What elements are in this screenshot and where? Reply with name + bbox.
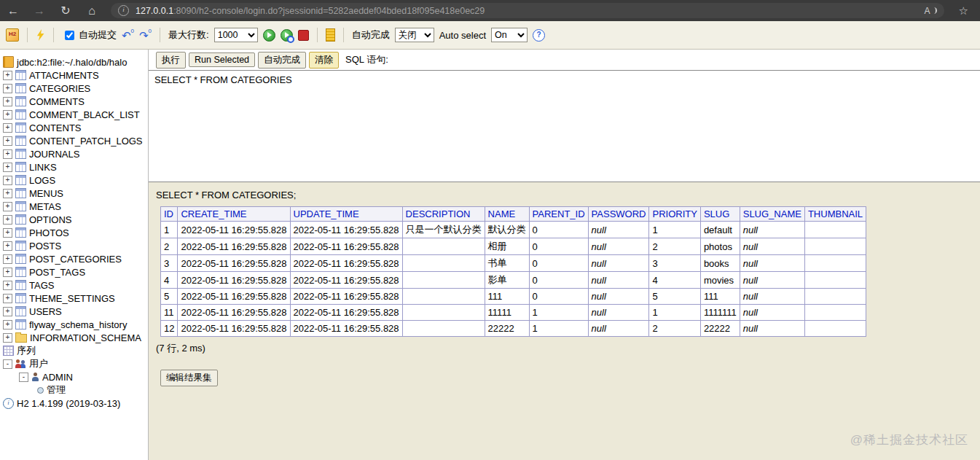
- sidebar-item-table[interactable]: +CONTENTS: [0, 121, 148, 134]
- autoselect-select[interactable]: On: [491, 28, 528, 42]
- run-icon[interactable]: [263, 29, 275, 42]
- table-cell: 2022-05-11 16:29:55.828: [290, 321, 402, 337]
- expand-icon[interactable]: +: [3, 84, 12, 93]
- collapse-icon[interactable]: -: [19, 373, 28, 382]
- expand-icon[interactable]: +: [3, 176, 12, 185]
- sidebar-item-admin[interactable]: - ADMIN: [0, 370, 148, 383]
- sidebar-item-table[interactable]: +COMMENT_BLACK_LIST: [0, 108, 148, 121]
- sidebar-item-table[interactable]: +MENUS: [0, 187, 148, 200]
- table-cell: 0: [529, 289, 588, 305]
- expand-icon[interactable]: +: [3, 189, 12, 198]
- expand-icon[interactable]: +: [3, 163, 12, 172]
- table-cell: 12: [161, 321, 178, 337]
- site-info-icon[interactable]: i: [118, 5, 129, 16]
- autocommit-control[interactable]: 自动提交: [62, 28, 117, 42]
- expand-icon[interactable]: +: [3, 202, 12, 211]
- url-text: 127.0.0.1:8090/h2-console/login.do?jsess…: [136, 6, 919, 16]
- favorites-icon[interactable]: ☆: [959, 4, 968, 17]
- table-icon: [15, 280, 26, 290]
- collapse-icon[interactable]: -: [3, 359, 12, 369]
- sidebar-item-table[interactable]: +flyway_schema_history: [0, 318, 148, 331]
- home-icon[interactable]: ⌂: [79, 0, 105, 21]
- expand-icon[interactable]: +: [3, 215, 12, 225]
- sidebar-item-users[interactable]: - 用户: [0, 357, 148, 370]
- sidebar-item-table[interactable]: +LOGS: [0, 174, 148, 187]
- expand-icon[interactable]: +: [3, 254, 12, 264]
- expand-icon[interactable]: +: [3, 228, 12, 238]
- autocomplete-label: 自动完成: [352, 28, 390, 42]
- expand-icon[interactable]: +: [3, 136, 12, 146]
- max-rows-label: 最大行数:: [168, 28, 209, 42]
- sidebar-item-table[interactable]: +CATEGORIES: [0, 82, 148, 95]
- address-bar[interactable]: i 127.0.0.1:8090/h2-console/login.do?jse…: [111, 3, 944, 18]
- table-cell: 0: [529, 272, 588, 289]
- sidebar-item-table[interactable]: +JOURNALS: [0, 147, 148, 160]
- sidebar-item-sequences[interactable]: 序列: [0, 344, 148, 357]
- expand-icon[interactable]: +: [3, 320, 12, 330]
- autocomplete-select[interactable]: 关闭: [395, 28, 434, 42]
- sidebar-item-table[interactable]: +OPTIONS: [0, 213, 148, 226]
- run-button[interactable]: 执行: [156, 52, 186, 69]
- read-aloud-icon[interactable]: A: [925, 6, 937, 16]
- undo-history-icon[interactable]: ↶0: [122, 30, 134, 41]
- table-cell: null: [740, 222, 804, 238]
- expand-icon[interactable]: +: [3, 294, 12, 303]
- sidebar-item-table[interactable]: +PHOTOS: [0, 226, 148, 239]
- database-tree: jdbc:h2:file:~/.halo/db/halo +ATTACHMENT…: [0, 50, 149, 460]
- expand-icon[interactable]: +: [3, 281, 12, 290]
- clear-button[interactable]: 清除: [309, 52, 339, 69]
- help-icon[interactable]: ?: [533, 29, 545, 42]
- run-selected-icon[interactable]: [281, 29, 293, 42]
- max-rows-select[interactable]: 1000: [214, 28, 258, 42]
- commit-icon[interactable]: [326, 28, 335, 42]
- expand-icon[interactable]: +: [3, 333, 12, 343]
- sidebar-item-table[interactable]: +THEME_SETTINGS: [0, 292, 148, 305]
- sidebar-item-table[interactable]: +POST_CATEGORIES: [0, 252, 148, 265]
- redo-history-icon[interactable]: ↷0: [139, 30, 152, 41]
- sql-statement-label: SQL 语句:: [345, 53, 388, 66]
- expand-icon[interactable]: +: [3, 110, 12, 120]
- table-cell: 22222: [700, 321, 740, 337]
- expand-icon[interactable]: +: [3, 97, 12, 106]
- expand-icon[interactable]: +: [3, 268, 12, 277]
- autocomplete-button[interactable]: 自动完成: [258, 52, 306, 69]
- h2-logo-icon[interactable]: H2: [6, 28, 19, 42]
- forward-icon[interactable]: →: [26, 0, 52, 21]
- disconnect-icon[interactable]: [36, 29, 45, 41]
- table-cell: 11111: [485, 305, 529, 321]
- expand-icon[interactable]: +: [3, 123, 12, 133]
- sidebar-item-table[interactable]: +LINKS: [0, 160, 148, 174]
- database-icon: [3, 56, 14, 68]
- column-header: ID: [161, 207, 178, 222]
- sidebar-item-table[interactable]: +CONTENT_PATCH_LOGS: [0, 134, 148, 147]
- run-selected-button[interactable]: Run Selected: [189, 52, 255, 67]
- table-label: PHOTOS: [29, 227, 69, 238]
- table-icon: [15, 267, 26, 277]
- sidebar-item-admin-role[interactable]: 管理: [0, 383, 148, 397]
- sidebar-item-table[interactable]: +USERS: [0, 305, 148, 318]
- edit-result-set-button[interactable]: 编辑结果集: [160, 370, 218, 386]
- refresh-icon[interactable]: ↻: [52, 0, 79, 21]
- table-icon: [15, 227, 26, 238]
- redo-count: 0: [149, 28, 152, 34]
- watermark: @稀土掘金技术社区: [850, 432, 968, 448]
- expand-icon[interactable]: +: [3, 149, 12, 159]
- sidebar-item-table[interactable]: +METAS: [0, 200, 148, 213]
- table-cell: [402, 321, 485, 337]
- expand-icon[interactable]: +: [3, 71, 12, 80]
- expand-icon[interactable]: +: [3, 241, 12, 251]
- sidebar-item-table[interactable]: +COMMENTS: [0, 95, 148, 108]
- back-icon[interactable]: ←: [0, 0, 26, 21]
- table-cell: 2022-05-11 16:29:55.828: [178, 289, 290, 305]
- sidebar-item-table[interactable]: +TAGS: [0, 278, 148, 292]
- sidebar-item-table[interactable]: +POST_TAGS: [0, 265, 148, 278]
- results-area: SELECT * FROM CATEGORIES; IDCREATE_TIMEU…: [149, 182, 980, 460]
- expand-icon[interactable]: +: [3, 307, 12, 316]
- tree-root[interactable]: jdbc:h2:file:~/.halo/db/halo: [0, 55, 148, 69]
- sidebar-item-information-schema[interactable]: + INFORMATION_SCHEMA: [0, 331, 148, 344]
- sql-input[interactable]: SELECT * FROM CATEGORIES: [149, 70, 980, 182]
- autocommit-checkbox[interactable]: [65, 31, 74, 40]
- sidebar-item-table[interactable]: +POSTS: [0, 239, 148, 252]
- sidebar-item-table[interactable]: +ATTACHMENTS: [0, 69, 148, 82]
- stop-icon[interactable]: [298, 30, 309, 41]
